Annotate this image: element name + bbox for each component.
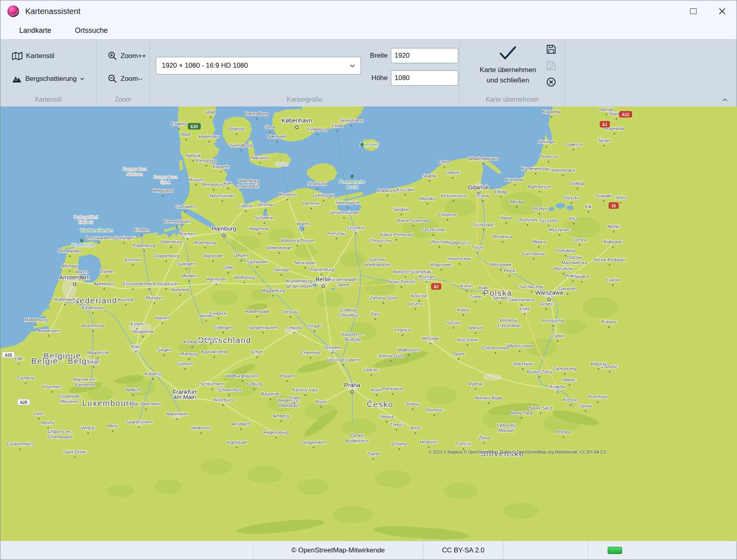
status-license: CC BY-SA 2.0	[442, 546, 484, 554]
map-label: Šilutė	[598, 138, 610, 143]
save-as-icon-disabled	[546, 60, 556, 71]
town-dot	[375, 318, 376, 320]
zoom-out-button[interactable]: Zoom--	[105, 72, 145, 86]
town-dot	[161, 322, 163, 324]
town-dot	[302, 228, 304, 230]
town-dot	[447, 219, 448, 221]
bergschattierung-button[interactable]: Bergschattierung	[9, 72, 87, 86]
map-label: Lębork	[445, 170, 459, 175]
town-dot	[533, 258, 534, 260]
town-dot	[74, 456, 76, 458]
map-label: Den Helder	[58, 249, 81, 253]
town-dot	[371, 374, 372, 376]
map-label: Łuków	[606, 277, 620, 282]
map-label: Tarnobrzeg	[553, 366, 576, 371]
width-input[interactable]	[391, 48, 458, 63]
town-dot	[386, 421, 387, 423]
town-dot	[222, 200, 223, 202]
map-label: Mielec	[563, 377, 576, 382]
town-dot	[505, 222, 507, 224]
town-dot	[570, 404, 571, 406]
map-label: Nowy Sącz	[529, 405, 552, 410]
map-label: Flensburg	[196, 158, 216, 163]
chevron-up-icon	[723, 98, 727, 101]
town-dot	[254, 388, 255, 390]
town-dot	[588, 211, 589, 213]
town-dot	[459, 263, 460, 265]
map-label: Kraków	[550, 384, 566, 389]
save-as-button[interactable]	[545, 59, 558, 72]
check-icon	[499, 46, 517, 60]
map-label: Giżycko	[564, 195, 580, 200]
map-label: Celle	[223, 265, 234, 270]
town-dot	[620, 202, 622, 203]
map-label: Ansbach	[232, 422, 250, 426]
map-label: Hamm	[155, 315, 169, 320]
town-dot	[195, 184, 197, 186]
group-zoom: Zoom++ Zoom-- Zoom	[97, 40, 150, 106]
city-dot	[223, 234, 225, 237]
kartenstil-button[interactable]: Kartenstil	[9, 49, 57, 63]
tab-ortssuche[interactable]: Ortssuche	[72, 26, 110, 35]
save-button[interactable]	[545, 43, 558, 56]
cancel-button[interactable]	[545, 76, 558, 88]
map-label: Laon	[34, 411, 44, 416]
map-label: Helgoland	[153, 188, 173, 193]
town-dot	[527, 224, 528, 226]
town-dot	[210, 343, 212, 345]
town-dot	[563, 273, 564, 275]
map-label: Třebíč	[390, 422, 403, 427]
map-label: Antwerpen	[38, 328, 60, 333]
apply-and-close-button[interactable]: Karte übernehmen und schließen	[468, 45, 548, 97]
map-label: Ciechanów	[522, 251, 546, 256]
zoom-in-icon	[108, 51, 117, 61]
town-dot	[402, 334, 403, 336]
town-dot	[152, 378, 154, 380]
town-dot	[98, 242, 100, 244]
map-label: Niebüll	[186, 153, 200, 158]
map-size-select[interactable]: 1920 × 1080 - 16:9 HD 1080	[156, 57, 361, 74]
town-dot	[304, 267, 306, 269]
town-dot	[336, 130, 338, 132]
town-dot	[178, 128, 180, 130]
map-label: Rotenburg	[194, 240, 216, 245]
town-dot	[138, 426, 140, 428]
map-label: Busko-Zdrój	[527, 369, 552, 374]
town-dot	[264, 222, 265, 224]
map-label: Minden	[181, 273, 197, 278]
map-icon	[12, 52, 23, 60]
map-label: Emmen	[125, 257, 141, 262]
town-dot	[112, 430, 114, 432]
map-label: Ingolstadt	[227, 440, 247, 445]
town-dot	[132, 394, 134, 396]
town-dot	[316, 188, 318, 190]
map-label: Szamotuły	[410, 269, 431, 274]
hoehe-label: Höhe	[365, 74, 388, 82]
group-caption-uebernehmen: Karte übernehmen	[460, 96, 565, 103]
map-label: Prešov	[556, 430, 571, 434]
ribbon-collapse-button[interactable]	[720, 96, 730, 103]
map-label: Miastko	[419, 196, 435, 201]
town-dot	[165, 288, 167, 290]
map-label: Mannheim	[166, 411, 188, 416]
height-input[interactable]	[391, 70, 458, 86]
town-dot	[502, 241, 503, 243]
status-segment-empty2	[503, 541, 588, 560]
map-attribution: © 2023 © Mapbox © OpenStreetMap, Daten ©…	[413, 450, 606, 454]
zoom-out-label: Zoom--	[121, 75, 143, 83]
town-dot	[475, 388, 476, 390]
zoom-in-button[interactable]: Zoom++	[105, 49, 148, 63]
close-button[interactable]	[708, 0, 737, 22]
map-label: Rotterdam	[54, 297, 76, 302]
town-dot	[18, 363, 20, 365]
map-label: Korbach	[184, 339, 201, 344]
tab-landkarte[interactable]: Landkarte	[17, 26, 54, 35]
map-label: Heilbronn	[191, 426, 211, 430]
map-view[interactable]: DeutschlandPolskaNederlandBelgique ·Belg…	[0, 106, 737, 542]
town-dot	[179, 294, 181, 296]
maximize-button[interactable]	[679, 0, 708, 22]
town-dot	[475, 301, 476, 303]
map-label: Marche-en-Famenne	[73, 377, 97, 387]
map-label: Garwolin	[558, 286, 576, 291]
town-dot	[483, 292, 484, 294]
